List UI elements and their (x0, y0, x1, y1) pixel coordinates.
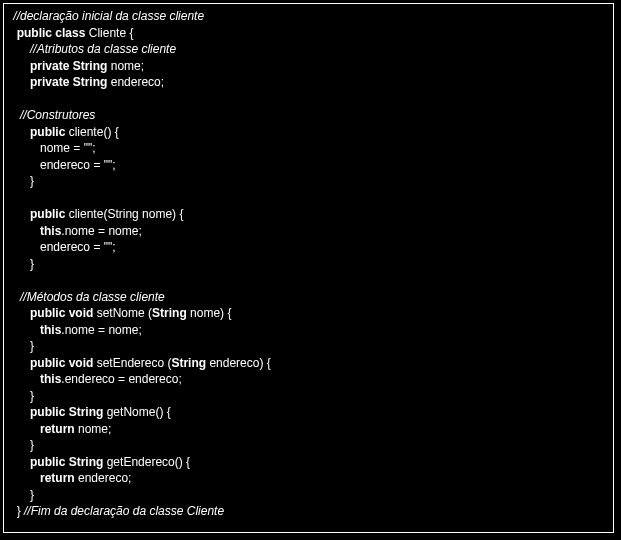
code-line: } (10, 173, 607, 190)
code-token: return (40, 422, 75, 436)
code-token: nome; (107, 59, 144, 73)
code-box: //declaração inicial da classe cliente p… (3, 3, 614, 533)
code-token: this (40, 323, 61, 337)
code-line: } (10, 388, 607, 405)
code-token: .nome = nome; (61, 224, 141, 238)
code-line: public void setEndereco (String endereco… (10, 355, 607, 372)
code-token: } (10, 504, 24, 518)
code-token: private String (30, 59, 107, 73)
code-line: return endereco; (10, 470, 607, 487)
code-token (10, 471, 40, 485)
code-token: endereco = ""; (10, 158, 116, 172)
code-token (10, 26, 17, 40)
code-token (10, 207, 30, 221)
code-line: } (10, 487, 607, 504)
code-token (10, 59, 30, 73)
code-token: } (10, 339, 34, 353)
code-token: nome) { (187, 306, 232, 320)
code-line: public String getNome() { (10, 404, 607, 421)
code-token: } (10, 389, 34, 403)
code-line: } //Fim da declaração da classe Cliente (10, 503, 607, 520)
code-line: this.nome = nome; (10, 223, 607, 240)
code-token (10, 224, 40, 238)
code-token (10, 422, 40, 436)
code-token (10, 75, 30, 89)
code-token: String (171, 356, 206, 370)
code-token: .endereco = endereco; (61, 372, 181, 386)
code-token: public (30, 125, 65, 139)
code-line: public String getEndereco() { (10, 454, 607, 471)
code-token (10, 323, 40, 337)
code-token: nome = ""; (10, 141, 96, 155)
code-token: //Métodos da classe cliente (10, 290, 165, 304)
code-token: public void (30, 356, 93, 370)
code-token: } (10, 257, 34, 271)
code-line: this.endereco = endereco; (10, 371, 607, 388)
code-line: //Métodos da classe cliente (10, 289, 607, 306)
code-token: public void (30, 306, 93, 320)
code-line (10, 272, 607, 289)
code-line: endereco = ""; (10, 239, 607, 256)
code-token: endereco; (107, 75, 164, 89)
code-token (10, 306, 30, 320)
code-line: //declaração inicial da classe cliente (10, 8, 607, 25)
code-token: cliente(String nome) { (65, 207, 183, 221)
code-line: public cliente(String nome) { (10, 206, 607, 223)
code-token: nome; (75, 422, 112, 436)
code-token: setNome ( (93, 306, 152, 320)
code-token: setEndereco ( (93, 356, 171, 370)
code-line: private String endereco; (10, 74, 607, 91)
code-token: //Construtores (10, 108, 95, 122)
code-line: } (10, 256, 607, 273)
code-token: endereco) { (206, 356, 271, 370)
code-token: this (40, 372, 61, 386)
code-token: //Atributos da classe cliente (10, 42, 176, 56)
code-token: } (10, 438, 34, 452)
code-token: } (10, 174, 34, 188)
code-token (10, 372, 40, 386)
code-token: endereco; (75, 471, 132, 485)
code-line: //Atributos da classe cliente (10, 41, 607, 58)
code-line (10, 91, 607, 108)
code-line: private String nome; (10, 58, 607, 75)
code-token (10, 405, 30, 419)
code-token: return (40, 471, 75, 485)
code-token: Cliente { (85, 26, 133, 40)
code-line: return nome; (10, 421, 607, 438)
code-token: //Fim da declaração da classe Cliente (24, 504, 224, 518)
code-line: this.nome = nome; (10, 322, 607, 339)
code-line: } (10, 338, 607, 355)
code-token (10, 125, 30, 139)
code-line: public cliente() { (10, 124, 607, 141)
code-line: public class Cliente { (10, 25, 607, 42)
code-token: public String (30, 455, 103, 469)
code-token: //declaração inicial da classe cliente (10, 9, 204, 23)
code-token: String (152, 306, 187, 320)
code-line (10, 190, 607, 207)
code-token: public class (17, 26, 86, 40)
code-token: endereco = ""; (10, 240, 116, 254)
code-token: getNome() { (103, 405, 170, 419)
code-line: nome = ""; (10, 140, 607, 157)
code-token: public String (30, 405, 103, 419)
code-token: this (40, 224, 61, 238)
code-token: .nome = nome; (61, 323, 141, 337)
code-token: cliente() { (65, 125, 118, 139)
code-line: //Construtores (10, 107, 607, 124)
code-line: } (10, 437, 607, 454)
code-token: getEndereco() { (103, 455, 190, 469)
code-token: } (10, 488, 34, 502)
code-token: public (30, 207, 65, 221)
code-token (10, 455, 30, 469)
code-token: private String (30, 75, 107, 89)
code-line: public void setNome (String nome) { (10, 305, 607, 322)
code-token (10, 356, 30, 370)
code-line: endereco = ""; (10, 157, 607, 174)
